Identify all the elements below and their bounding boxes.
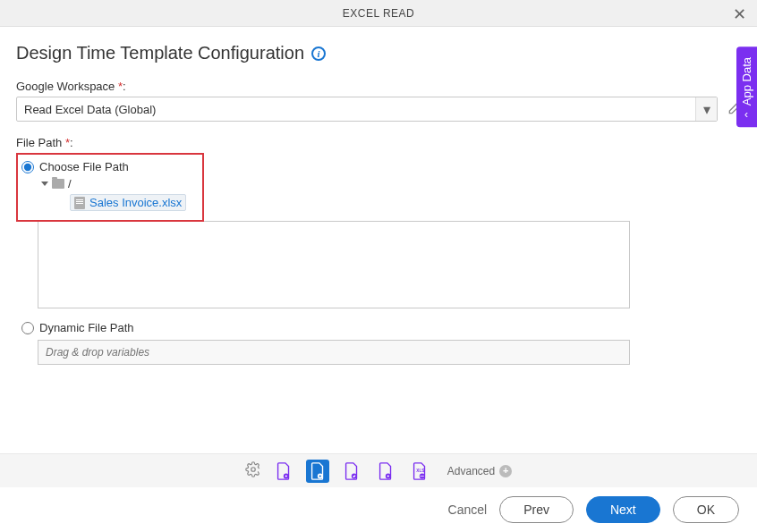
highlight-box: Choose File Path / Sales Invoice.xlsx — [16, 153, 204, 222]
required-mark: * — [65, 136, 70, 149]
required-mark: * — [118, 80, 123, 93]
step-icon-2-active[interactable] — [306, 460, 329, 483]
cancel-button[interactable]: Cancel — [448, 502, 488, 517]
footer: XLS Advanced + Cancel Prev Next OK — [0, 453, 757, 532]
advanced-label: Advanced — [447, 465, 495, 477]
svg-point-2 — [285, 475, 286, 477]
section-title-row: Design Time Template Configuration i — [16, 43, 741, 63]
svg-point-7 — [387, 475, 388, 477]
tree-root-row[interactable]: / — [41, 177, 195, 190]
filepath-section: File Path *: Choose File Path / Sales In… — [16, 136, 741, 365]
choose-filepath-radio-row: Choose File Path — [21, 160, 195, 173]
step-icon-3[interactable] — [340, 460, 363, 483]
modal-header: EXCEL READ ✕ — [0, 0, 757, 27]
info-icon[interactable]: i — [311, 46, 326, 61]
choose-filepath-label: Choose File Path — [39, 160, 129, 173]
file-tree: / Sales Invoice.xlsx — [41, 177, 195, 211]
svg-point-4 — [319, 475, 320, 477]
section-title: Design Time Template Configuration — [16, 43, 304, 63]
filepath-label: File Path *: — [16, 136, 741, 149]
side-tab-label: App Data — [740, 57, 753, 106]
dynamic-filepath-radio[interactable] — [21, 322, 34, 334]
advanced-button[interactable]: Advanced + — [447, 465, 512, 477]
button-bar: Cancel Prev Next OK — [0, 487, 757, 532]
svg-point-0 — [251, 467, 256, 471]
app-data-side-tab[interactable]: ‹ App Data — [736, 46, 757, 127]
workspace-select-wrap: ▾ — [16, 97, 718, 122]
tree-root-label: / — [68, 177, 72, 190]
tree-caret-icon — [41, 182, 48, 186]
workspace-select-row: ▾ — [16, 97, 741, 122]
tree-file-row[interactable]: Sales Invoice.xlsx — [70, 194, 186, 211]
svg-text:XLS: XLS — [416, 468, 424, 472]
svg-point-9 — [420, 473, 425, 478]
next-button[interactable]: Next — [586, 496, 660, 523]
file-icon — [74, 197, 85, 209]
icon-bar: XLS Advanced + — [0, 453, 757, 487]
step-icon-5[interactable]: XLS — [408, 460, 431, 483]
prev-button[interactable]: Prev — [499, 496, 574, 523]
svg-point-10 — [421, 475, 422, 477]
settings-icon[interactable] — [245, 461, 261, 481]
plus-circle-icon: + — [499, 465, 512, 477]
close-button[interactable]: ✕ — [733, 6, 746, 22]
ok-button[interactable]: OK — [673, 496, 739, 523]
folder-icon — [52, 179, 64, 189]
svg-point-11 — [422, 475, 424, 477]
content-area: Design Time Template Configuration i Goo… — [0, 27, 757, 365]
choose-filepath-radio[interactable] — [21, 161, 34, 173]
step-icon-1[interactable] — [272, 460, 295, 483]
dynamic-filepath-input[interactable] — [38, 340, 630, 365]
workspace-label: Google Workspace *: — [16, 80, 741, 93]
workspace-select[interactable] — [16, 97, 718, 122]
file-tree-container — [38, 221, 630, 308]
dynamic-filepath-radio-row: Dynamic File Path — [21, 321, 741, 334]
step-icon-4[interactable] — [374, 460, 397, 483]
dynamic-filepath-label: Dynamic File Path — [39, 321, 133, 334]
file-name: Sales Invoice.xlsx — [89, 196, 182, 209]
modal-title: EXCEL READ — [343, 7, 415, 20]
chevron-left-icon: ‹ — [745, 108, 749, 121]
